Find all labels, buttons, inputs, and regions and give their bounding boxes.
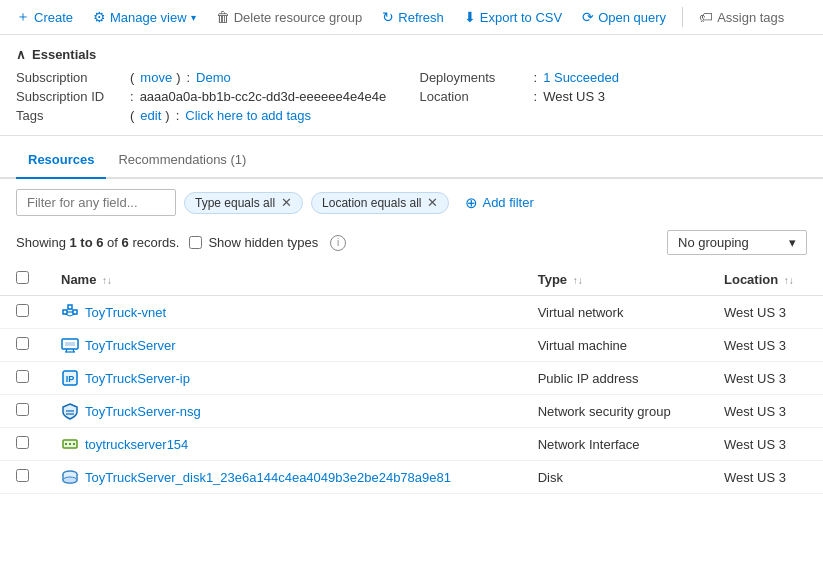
- info-icon[interactable]: i: [330, 235, 346, 251]
- svg-rect-17: [65, 443, 67, 445]
- row-name-5: ToyTruckServer_disk1_23e6a144c4ea4049b3e…: [45, 461, 522, 494]
- manage-view-button[interactable]: ⚙ Manage view ▾: [85, 5, 204, 29]
- tab-resources[interactable]: Resources: [16, 144, 106, 179]
- tabs-bar: Resources Recommendations (1): [0, 144, 823, 179]
- row-type-4: Network Interface: [522, 428, 708, 461]
- row-checkbox-0[interactable]: [0, 296, 45, 329]
- subscription-row: Subscription ( move ) : Demo: [16, 70, 404, 85]
- row-name-1: ToyTruckServer: [45, 329, 522, 362]
- essentials-section: ∧ Essentials Subscription ( move ) : Dem…: [0, 35, 823, 136]
- resource-name-link-1[interactable]: ToyTruckServer: [85, 338, 176, 353]
- filter-input[interactable]: [16, 189, 176, 216]
- svg-point-21: [63, 477, 77, 483]
- row-location-5: West US 3: [708, 461, 823, 494]
- table-row: ToyTruck-vnet Virtual network West US 3: [0, 296, 823, 329]
- row-checkbox-1[interactable]: [0, 329, 45, 362]
- location-row: Location : West US 3: [420, 89, 808, 104]
- row-select-5[interactable]: [16, 469, 29, 482]
- sort-icon-name: ↑↓: [102, 275, 112, 286]
- row-location-3: West US 3: [708, 395, 823, 428]
- row-select-1[interactable]: [16, 337, 29, 350]
- resource-name-link-0[interactable]: ToyTruck-vnet: [85, 305, 166, 320]
- row-checkbox-2[interactable]: [0, 362, 45, 395]
- col-header-name[interactable]: Name ↑↓: [45, 263, 522, 296]
- assign-tags-button[interactable]: 🏷 Assign tags: [691, 5, 792, 29]
- row-checkbox-4[interactable]: [0, 428, 45, 461]
- delete-rg-button[interactable]: 🗑 Delete resource group: [208, 5, 371, 29]
- row-type-5: Disk: [522, 461, 708, 494]
- tab-recommendations[interactable]: Recommendations (1): [106, 144, 258, 179]
- location-filter-close[interactable]: ✕: [427, 196, 438, 209]
- row-name-2: IP ToyTruckServer-ip: [45, 362, 522, 395]
- svg-rect-0: [63, 310, 67, 314]
- col-header-type[interactable]: Type ↑↓: [522, 263, 708, 296]
- query-icon: ⟳: [582, 9, 594, 25]
- row-name-0: ToyTruck-vnet: [45, 296, 522, 329]
- grouping-dropdown[interactable]: No grouping ▾: [667, 230, 807, 255]
- toolbar: ＋ Create ⚙ Manage view ▾ 🗑 Delete resour…: [0, 0, 823, 35]
- table-row: ToyTruckServer-nsg Network security grou…: [0, 395, 823, 428]
- plus-icon: ＋: [16, 8, 30, 26]
- chevron-up-icon: ∧: [16, 47, 26, 62]
- tag-icon: 🏷: [699, 9, 713, 25]
- row-location-0: West US 3: [708, 296, 823, 329]
- row-select-2[interactable]: [16, 370, 29, 383]
- essentials-right: Deployments : 1 Succeeded Location : Wes…: [420, 70, 808, 123]
- resource-name-link-2[interactable]: ToyTruckServer-ip: [85, 371, 190, 386]
- chevron-down-icon: ▾: [191, 12, 196, 23]
- create-button[interactable]: ＋ Create: [8, 4, 81, 30]
- deployments-value-link[interactable]: 1 Succeeded: [543, 70, 619, 85]
- row-name-4: toytruckserver154: [45, 428, 522, 461]
- show-hidden-types-label[interactable]: Show hidden types: [189, 235, 318, 250]
- svg-rect-19: [73, 443, 75, 445]
- deployments-row: Deployments : 1 Succeeded: [420, 70, 808, 85]
- refresh-icon: ↻: [382, 9, 394, 25]
- vnet-icon: [61, 303, 79, 321]
- tags-row: Tags ( edit ) : Click here to add tags: [16, 108, 404, 123]
- essentials-left: Subscription ( move ) : Demo Subscriptio…: [16, 70, 404, 123]
- export-csv-button[interactable]: ⬇ Export to CSV: [456, 5, 570, 29]
- subscription-move-link[interactable]: move: [140, 70, 172, 85]
- table-row: ToyTruckServer Virtual machine West US 3: [0, 329, 823, 362]
- refresh-button[interactable]: ↻ Refresh: [374, 5, 452, 29]
- svg-rect-11: [65, 342, 75, 346]
- row-select-0[interactable]: [16, 304, 29, 317]
- add-filter-icon: ⊕: [465, 194, 478, 212]
- gear-icon: ⚙: [93, 9, 106, 25]
- subscription-value-link[interactable]: Demo: [196, 70, 231, 85]
- records-row: Showing 1 to 6 of 6 records. Show hidden…: [0, 226, 823, 263]
- essentials-header[interactable]: ∧ Essentials: [16, 47, 807, 62]
- table-row: toytruckserver154 Network Interface West…: [0, 428, 823, 461]
- delete-icon: 🗑: [216, 9, 230, 25]
- tags-edit-link[interactable]: edit: [140, 108, 161, 123]
- add-filter-button[interactable]: ⊕ Add filter: [457, 191, 541, 215]
- show-hidden-types-checkbox[interactable]: [189, 236, 202, 249]
- tags-add-link[interactable]: Click here to add tags: [185, 108, 311, 123]
- row-checkbox-5[interactable]: [0, 461, 45, 494]
- row-select-4[interactable]: [16, 436, 29, 449]
- row-type-1: Virtual machine: [522, 329, 708, 362]
- vm-icon: [61, 336, 79, 354]
- row-location-2: West US 3: [708, 362, 823, 395]
- col-header-checkbox: [0, 263, 45, 296]
- type-filter-close[interactable]: ✕: [281, 196, 292, 209]
- row-checkbox-3[interactable]: [0, 395, 45, 428]
- row-name-3: ToyTruckServer-nsg: [45, 395, 522, 428]
- row-location-1: West US 3: [708, 329, 823, 362]
- essentials-grid: Subscription ( move ) : Demo Subscriptio…: [16, 70, 807, 123]
- resource-name-link-5[interactable]: ToyTruckServer_disk1_23e6a144c4ea4049b3e…: [85, 470, 451, 485]
- resource-name-link-4[interactable]: toytruckserver154: [85, 437, 188, 452]
- disk-icon: [61, 468, 79, 486]
- resource-name-link-3[interactable]: ToyTruckServer-nsg: [85, 404, 201, 419]
- row-select-3[interactable]: [16, 403, 29, 416]
- select-all-checkbox[interactable]: [16, 271, 29, 284]
- location-filter-tag: Location equals all ✕: [311, 192, 449, 214]
- col-header-location[interactable]: Location ↑↓: [708, 263, 823, 296]
- type-filter-tag: Type equals all ✕: [184, 192, 303, 214]
- table-row: ToyTruckServer_disk1_23e6a144c4ea4049b3e…: [0, 461, 823, 494]
- open-query-button[interactable]: ⟳ Open query: [574, 5, 674, 29]
- sort-icon-location: ↑↓: [784, 275, 794, 286]
- ip-icon: IP: [61, 369, 79, 387]
- row-location-4: West US 3: [708, 428, 823, 461]
- sort-icon-type: ↑↓: [573, 275, 583, 286]
